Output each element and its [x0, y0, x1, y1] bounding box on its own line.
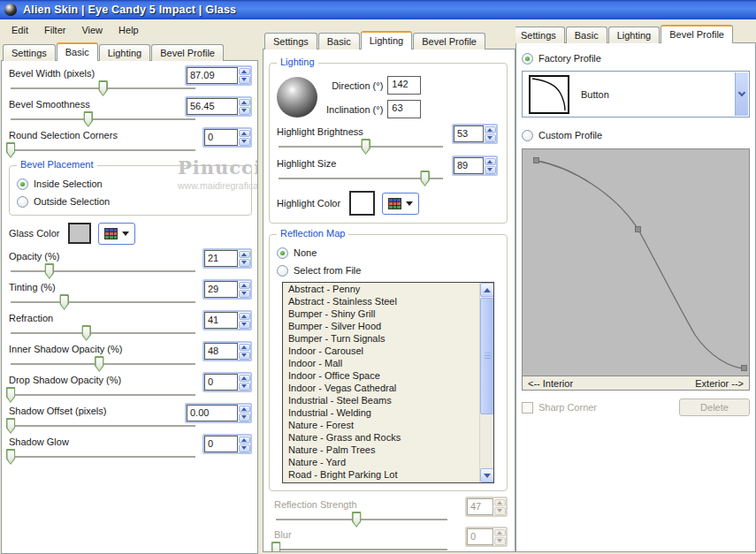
value-field[interactable]: 41 [204, 312, 238, 329]
value-field[interactable]: 56.45 [187, 98, 238, 115]
scroll-down-button[interactable] [480, 468, 494, 482]
spinner-up-button[interactable] [239, 406, 250, 414]
slider-track[interactable] [11, 332, 195, 334]
slider-track[interactable] [11, 87, 195, 89]
spinner-down-button[interactable] [239, 138, 250, 146]
tab-settings[interactable]: Settings [515, 27, 565, 43]
value-field[interactable]: 0 [204, 436, 238, 452]
value-field[interactable]: 53 [454, 125, 484, 142]
tab-bevel-profile[interactable]: Bevel Profile [413, 33, 485, 49]
slider-track[interactable] [11, 456, 195, 458]
slider-thumb[interactable] [59, 294, 69, 310]
reflection-map-item[interactable]: Industrial - Welding [283, 406, 493, 419]
tab-basic[interactable]: Basic [318, 33, 360, 49]
delete-button[interactable]: Delete [679, 398, 750, 416]
spinner-up-button[interactable] [494, 499, 506, 507]
radio-row-none[interactable]: None [277, 244, 500, 262]
value-spinbox[interactable]: 0 [465, 527, 508, 547]
sharp-corner-checkbox[interactable] [522, 402, 533, 414]
value-spinbox[interactable]: 21 [202, 248, 252, 269]
scroll-thumb[interactable] [480, 298, 494, 414]
slider-track[interactable] [11, 118, 195, 120]
custom-profile-row[interactable]: Custom Profile [522, 126, 750, 144]
slider-track[interactable] [11, 301, 195, 303]
reflection-map-item[interactable]: Indoor - Mall [283, 357, 493, 369]
value-spinbox[interactable]: 41 [202, 310, 252, 330]
reflection-map-item[interactable]: Bumper - Silver Hood [283, 320, 493, 332]
spinner-up-button[interactable] [239, 251, 250, 259]
value-spinbox[interactable]: 0 [202, 434, 252, 454]
spinner-up-button[interactable] [239, 344, 250, 352]
slider-thumb[interactable] [6, 418, 16, 434]
slider-track[interactable] [11, 270, 195, 272]
reflection-map-item[interactable]: Nature - Yard [283, 456, 493, 468]
slider-track[interactable] [279, 178, 443, 179]
spinner-up-button[interactable] [239, 282, 250, 290]
spinner-down-button[interactable] [239, 352, 250, 360]
spinner-up-button[interactable] [494, 529, 506, 537]
value-field[interactable]: 48 [204, 343, 238, 360]
value-spinbox[interactable]: 0 [202, 372, 252, 392]
slider-thumb[interactable] [98, 80, 108, 96]
value-spinbox[interactable]: 0 [202, 127, 252, 148]
reflection-map-item[interactable]: Nature - Palm Trees [283, 444, 493, 456]
value-spinbox[interactable]: 56.45 [185, 96, 252, 117]
direction-field[interactable]: 142 [387, 76, 421, 95]
curve-handle-mid[interactable] [635, 226, 641, 232]
outside-selection-radio[interactable] [17, 196, 28, 208]
highlight-color-swatch[interactable] [349, 191, 375, 216]
reflection-map-item[interactable]: Indoor - Carousel [283, 345, 493, 357]
tab-settings[interactable]: Settings [3, 44, 56, 61]
radio-row-inside-selection[interactable]: Inside Selection [17, 175, 244, 193]
spinner-down-button[interactable] [239, 107, 250, 115]
curve-handle-end[interactable] [741, 365, 747, 371]
slider-thumb[interactable] [6, 142, 16, 158]
reflection-map-item[interactable]: Nature - Forest [283, 419, 493, 431]
slider-track[interactable] [276, 519, 447, 520]
spinner-down-button[interactable] [239, 383, 250, 391]
slider-track[interactable] [11, 363, 195, 365]
scroll-up-button[interactable] [480, 283, 494, 297]
reflection-map-item[interactable]: Industrial - Steel Beams [283, 394, 493, 406]
dropdown-arrow-strip[interactable] [735, 72, 748, 116]
spinner-down-button[interactable] [239, 290, 250, 298]
spinner-down-button[interactable] [239, 76, 250, 84]
value-spinbox[interactable]: 47 [465, 497, 508, 517]
slider-track[interactable] [11, 394, 195, 396]
value-field[interactable]: 0 [204, 374, 238, 391]
slider-thumb[interactable] [81, 325, 91, 341]
slider-thumb[interactable] [361, 139, 370, 155]
value-spinbox[interactable]: 0.00 [185, 403, 252, 423]
spinner-up-button[interactable] [239, 313, 250, 321]
reflection-map-item[interactable]: Abstract - Stainless Steel [283, 295, 493, 307]
tab-settings[interactable]: Settings [264, 33, 317, 49]
slider-thumb[interactable] [271, 542, 281, 552]
list-scrollbar[interactable] [479, 283, 493, 482]
value-field[interactable]: 47 [467, 498, 493, 515]
reflection-map-item[interactable]: Nature - Grass and Rocks [283, 431, 493, 444]
factory-profile-radio[interactable] [522, 53, 533, 65]
radio-row-outside-selection[interactable]: Outside Selection [17, 193, 244, 210]
value-field[interactable]: 29 [204, 281, 238, 298]
value-field[interactable]: 0 [467, 528, 493, 545]
none-radio[interactable] [277, 247, 288, 259]
inclination-field[interactable]: 63 [387, 100, 421, 118]
menu-view[interactable]: View [73, 22, 111, 38]
value-spinbox[interactable]: 29 [202, 279, 252, 300]
slider-thumb[interactable] [95, 356, 104, 372]
value-field[interactable]: 89 [454, 157, 484, 174]
select-from-file-radio[interactable] [277, 265, 288, 277]
highlight-color-palette-button[interactable] [382, 193, 419, 215]
reflection-map-item[interactable]: Bumper - Shiny Grill [283, 307, 493, 320]
value-spinbox[interactable]: 48 [202, 341, 252, 361]
spinner-up-button[interactable] [239, 436, 250, 444]
glass-color-swatch[interactable] [68, 223, 91, 244]
reflection-map-item[interactable]: Bumper - Turn Signals [283, 332, 493, 345]
glass-color-palette-button[interactable] [98, 223, 135, 245]
slider-thumb[interactable] [44, 263, 54, 279]
tab-lighting[interactable]: Lighting [99, 44, 151, 61]
value-field[interactable]: 0 [204, 129, 238, 146]
value-spinbox[interactable]: 87.09 [185, 65, 252, 86]
slider-thumb[interactable] [6, 449, 16, 465]
spinner-down-button[interactable] [239, 414, 250, 421]
